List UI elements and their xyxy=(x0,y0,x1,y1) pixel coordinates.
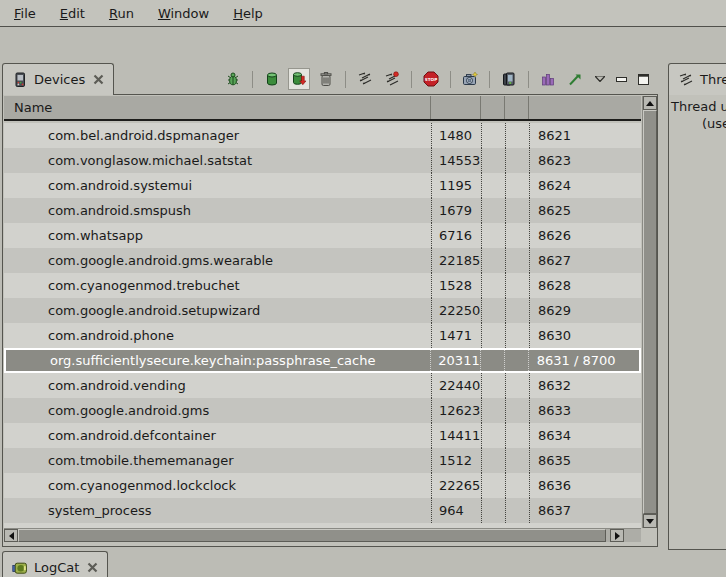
table-row[interactable]: system_process 964 8637 xyxy=(4,498,641,523)
table-row[interactable]: com.android.vending 22440 8632 xyxy=(4,373,641,398)
empty-cell xyxy=(481,173,505,198)
cause-gc-icon[interactable] xyxy=(315,68,337,90)
process-name: org.sufficientlysecure.keychain:passphra… xyxy=(6,350,430,371)
process-pid: 22250 xyxy=(431,298,481,323)
empty-cell xyxy=(481,298,505,323)
horizontal-scrollbar[interactable] xyxy=(4,528,641,542)
threads-message-line1: Thread updates not enabled for selected … xyxy=(671,98,726,115)
process-name: com.cyanogenmod.trebuchet xyxy=(4,273,431,298)
column-header-empty2[interactable] xyxy=(505,96,529,119)
threads-content: Thread updates not enabled for selected … xyxy=(668,94,726,550)
profiling-bars-icon[interactable] xyxy=(537,68,559,90)
ui-hierarchy-icon[interactable] xyxy=(498,68,520,90)
debug-icon[interactable] xyxy=(222,68,244,90)
empty-cell xyxy=(504,350,528,371)
process-name: com.google.android.gms xyxy=(4,398,431,423)
empty-cell xyxy=(481,473,505,498)
stop-process-icon[interactable]: STOP xyxy=(420,68,442,90)
toolbar-separator xyxy=(411,71,412,88)
column-header-port[interactable] xyxy=(529,96,641,119)
table-row[interactable]: org.sufficientlysecure.keychain:passphra… xyxy=(4,348,641,373)
dump-hprof-icon[interactable] xyxy=(288,68,310,90)
vertical-scrollbar[interactable] xyxy=(642,96,656,528)
tab-devices[interactable]: Devices xyxy=(2,63,114,95)
update-threads-icon[interactable] xyxy=(354,68,376,90)
table-row[interactable]: com.android.smspush 1679 8625 xyxy=(4,198,641,223)
process-pid: 22265 xyxy=(431,473,481,498)
devices-panel: Devices xyxy=(2,62,658,547)
table-row[interactable]: com.cyanogenmod.lockclock 22265 8636 xyxy=(4,473,641,498)
process-port: 8634 xyxy=(529,423,641,448)
column-header-pid[interactable] xyxy=(431,96,481,119)
horizontal-scrollbar-thumb[interactable] xyxy=(18,529,606,542)
tab-logcat[interactable]: LogCat xyxy=(2,551,108,577)
start-tracing-icon[interactable] xyxy=(564,68,586,90)
minimize-icon[interactable] xyxy=(613,68,630,90)
scroll-down-button[interactable] xyxy=(643,514,657,528)
toolbar-separator xyxy=(489,71,490,88)
table-row[interactable]: com.cyanogenmod.trebuchet 1528 8628 xyxy=(4,273,641,298)
logcat-tabrow: LogCat xyxy=(2,550,726,577)
menu-run[interactable]: Run xyxy=(97,2,146,25)
process-name: system_process xyxy=(4,498,431,523)
process-port: 8636 xyxy=(529,473,641,498)
empty-cell xyxy=(481,373,505,398)
table-row[interactable]: com.google.android.setupwizard 22250 862… xyxy=(4,298,641,323)
vertical-scrollbar-thumb[interactable] xyxy=(643,110,657,514)
process-port: 8621 xyxy=(529,123,641,148)
scroll-up-button[interactable] xyxy=(643,96,657,110)
table-row[interactable]: com.google.android.gms.wearable 22185 86… xyxy=(4,248,641,273)
menu-help[interactable]: Help xyxy=(221,2,275,25)
maximize-icon[interactable] xyxy=(635,68,652,90)
update-heap-icon[interactable] xyxy=(261,68,283,90)
start-method-profiling-icon[interactable] xyxy=(381,68,403,90)
threads-message-line2: (use toolbar button to enable) xyxy=(671,115,726,132)
empty-cell xyxy=(505,373,529,398)
process-port: 8628 xyxy=(529,273,641,298)
table-row[interactable]: com.whatsapp 6716 8626 xyxy=(4,223,641,248)
process-name: com.android.defcontainer xyxy=(4,423,431,448)
scroll-right-button[interactable] xyxy=(610,529,624,542)
process-name: com.google.android.setupwizard xyxy=(4,298,431,323)
phone-icon xyxy=(12,72,28,88)
close-icon[interactable] xyxy=(87,562,98,573)
column-header-name[interactable]: Name xyxy=(4,96,431,119)
threads-panel: Threads Thread updates not enabled for s… xyxy=(668,62,726,550)
screen-capture-icon[interactable] xyxy=(459,68,481,90)
empty-cell xyxy=(481,123,505,148)
menu-window[interactable]: Window xyxy=(146,2,221,25)
empty-cell xyxy=(505,298,529,323)
tab-threads[interactable]: Threads xyxy=(668,63,726,95)
process-pid: 22440 xyxy=(431,373,481,398)
column-header-empty1[interactable] xyxy=(481,96,505,119)
table-row[interactable]: com.android.defcontainer 14411 8634 xyxy=(4,423,641,448)
empty-cell xyxy=(481,223,505,248)
process-pid: 1512 xyxy=(431,448,481,473)
table-row[interactable]: com.vonglasow.michael.satstat 14553 8623 xyxy=(4,148,641,173)
table-row[interactable]: com.tmobile.thememanager 1512 8635 xyxy=(4,448,641,473)
process-port: 8629 xyxy=(529,298,641,323)
process-pid: 1679 xyxy=(431,198,481,223)
process-name: com.android.systemui xyxy=(4,173,431,198)
table-row[interactable]: com.bel.android.dspmanager 1480 8621 xyxy=(4,123,641,148)
process-name: com.cyanogenmod.lockclock xyxy=(4,473,431,498)
scroll-left-button[interactable] xyxy=(4,529,18,542)
process-name: com.bel.android.dspmanager xyxy=(4,123,431,148)
table-row[interactable]: com.google.android.gms 12623 8633 xyxy=(4,398,641,423)
menu-file[interactable]: File xyxy=(2,2,48,25)
close-icon[interactable] xyxy=(93,74,104,85)
empty-cell xyxy=(505,423,529,448)
threads-tabrow: Threads xyxy=(668,62,726,95)
table-row[interactable]: com.android.systemui 1195 8624 xyxy=(4,173,641,198)
process-name: com.android.vending xyxy=(4,373,431,398)
process-pid: 14553 xyxy=(431,148,481,173)
empty-cell xyxy=(505,473,529,498)
empty-cell xyxy=(480,350,504,371)
menu-edit[interactable]: Edit xyxy=(48,2,97,25)
empty-cell xyxy=(505,198,529,223)
table-row[interactable]: com.android.phone 1471 8630 xyxy=(4,323,641,348)
view-menu-icon[interactable] xyxy=(591,68,608,90)
empty-cell xyxy=(505,273,529,298)
empty-cell xyxy=(505,123,529,148)
process-port: 8631 / 8700 xyxy=(528,350,639,371)
